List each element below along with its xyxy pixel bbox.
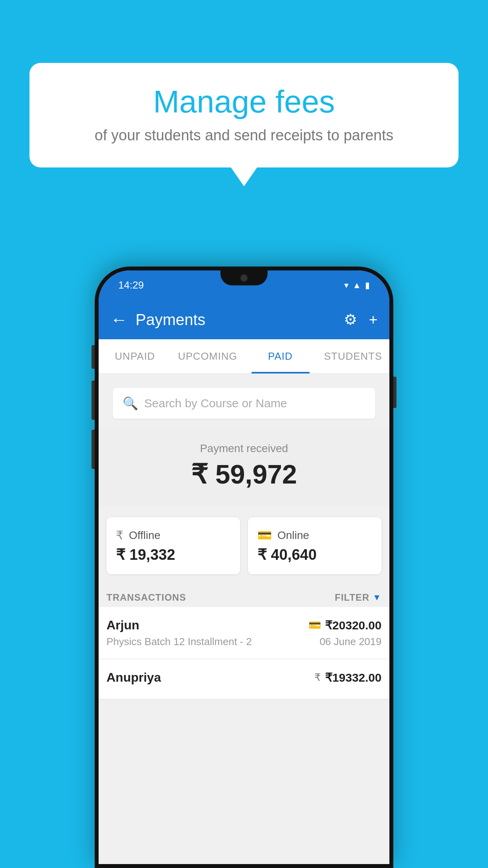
transaction-method-icon-anupriya: ₹ [314,671,321,684]
transaction-bottom-arjun: Physics Batch 12 Installment - 2 06 June… [106,636,382,648]
payment-summary: Payment received ₹ 59,972 [99,428,389,506]
tabs-container: UNPAID UPCOMING PAID STUDENTS [99,339,389,374]
phone-screen: 14:29 ▾ ▲ ▮ ← Payments ⚙ + UNPAID UPCOMI… [99,270,389,864]
transaction-date-arjun: 06 June 2019 [319,636,382,648]
tab-upcoming[interactable]: UPCOMING [171,339,244,373]
wifi-icon: ▾ [344,280,349,291]
status-bar: 14:29 ▾ ▲ ▮ [99,270,389,300]
offline-amount: ₹ 19,332 [116,546,231,563]
status-icons: ▾ ▲ ▮ [344,280,370,291]
volume-up-button [92,345,95,369]
transaction-method-icon-arjun: 💳 [308,619,321,631]
signal-icon: ▲ [352,280,361,291]
transaction-name-arjun: Arjun [106,618,139,633]
front-camera [240,274,248,282]
transaction-desc-arjun: Physics Batch 12 Installment - 2 [106,636,252,648]
power-button [393,377,396,408]
transactions-label: TRANSACTIONS [106,592,186,603]
speech-bubble-title: Manage fees [53,85,435,119]
status-time: 14:29 [118,279,144,291]
transaction-amount-arjun: ₹20320.00 [325,618,382,632]
search-bar[interactable]: 🔍 Search by Course or Name [113,388,375,419]
tab-students[interactable]: STUDENTS [317,339,389,373]
online-amount: ₹ 40,640 [257,546,372,563]
offline-label: Offline [129,529,160,542]
notch [220,270,268,285]
payment-received-amount: ₹ 59,972 [110,459,378,490]
transaction-top-anupriya: Anupriya ₹ ₹19332.00 [106,670,382,685]
offline-payment-card: ₹ Offline ₹ 19,332 [106,517,240,574]
transaction-name-anupriya: Anupriya [106,670,161,685]
transaction-amount-wrap-anupriya: ₹ ₹19332.00 [314,671,382,684]
offline-card-header: ₹ Offline [116,528,231,542]
online-icon: 💳 [257,528,272,542]
speech-bubble: Manage fees of your students and send re… [29,63,459,167]
tab-paid[interactable]: PAID [244,339,317,373]
transaction-row-anupriya[interactable]: Anupriya ₹ ₹19332.00 [99,659,389,699]
filter-icon: ▼ [372,592,382,603]
silent-button [92,430,95,469]
online-label: Online [277,529,309,542]
transactions-header: TRANSACTIONS FILTER ▼ [99,584,389,607]
app-bar-actions: ⚙ + [344,311,378,328]
add-icon[interactable]: + [369,311,378,328]
online-card-header: 💳 Online [257,528,372,542]
back-button[interactable]: ← [110,310,128,329]
tab-unpaid[interactable]: UNPAID [99,339,171,373]
settings-icon[interactable]: ⚙ [344,311,357,328]
filter-label: FILTER [335,592,369,603]
offline-icon: ₹ [116,528,123,542]
transaction-top-arjun: Arjun 💳 ₹20320.00 [106,618,382,633]
search-placeholder: Search by Course or Name [144,397,287,410]
online-payment-card: 💳 Online ₹ 40,640 [248,517,382,574]
search-icon: 🔍 [123,396,138,411]
filter-button[interactable]: FILTER ▼ [335,592,382,603]
phone-frame: 14:29 ▾ ▲ ▮ ← Payments ⚙ + UNPAID UPCOMI… [95,267,393,868]
volume-down-button [92,381,95,420]
app-bar: ← Payments ⚙ + [99,300,389,339]
payment-cards: ₹ Offline ₹ 19,332 💳 Online ₹ 40,640 [106,517,382,574]
transaction-amount-anupriya: ₹19332.00 [325,671,382,684]
transaction-amount-wrap-arjun: 💳 ₹20320.00 [308,618,382,632]
speech-bubble-subtitle: of your students and send receipts to pa… [53,127,435,144]
payment-received-label: Payment received [110,442,378,455]
app-bar-title: Payments [136,311,336,329]
battery-icon: ▮ [365,280,370,291]
transaction-row-arjun[interactable]: Arjun 💳 ₹20320.00 Physics Batch 12 Insta… [99,607,389,659]
speech-bubble-container: Manage fees of your students and send re… [29,63,459,167]
